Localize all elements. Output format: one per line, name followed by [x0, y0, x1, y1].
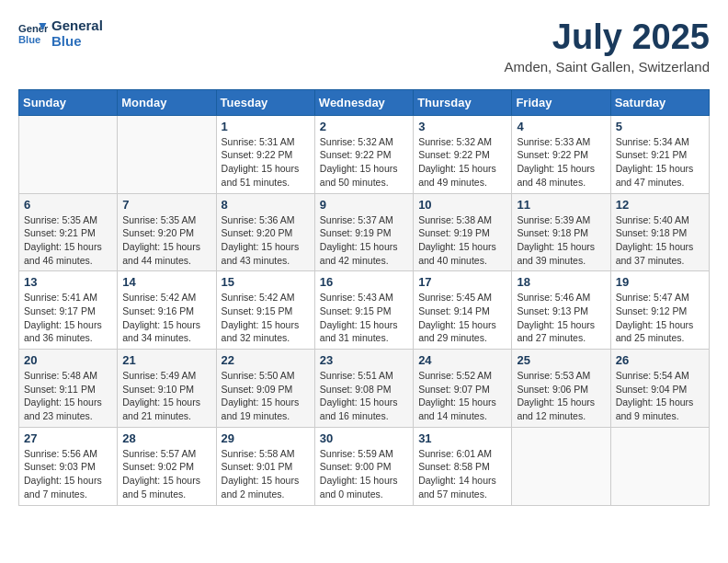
- day-number: 12: [616, 198, 704, 212]
- sunrise-text: Sunrise: 5:51 AM: [320, 369, 408, 383]
- day-info: Sunrise: 5:32 AMSunset: 9:22 PMDaylight:…: [320, 135, 408, 190]
- daylight-text: Daylight: 15 hours and 40 minutes.: [418, 240, 506, 267]
- daylight-text: Daylight: 15 hours and 16 minutes.: [320, 396, 408, 422]
- daylight-text: Daylight: 15 hours and 7 minutes.: [24, 474, 112, 500]
- calendar-cell: 9Sunrise: 5:37 AMSunset: 9:19 PMDaylight…: [314, 193, 413, 271]
- day-number: 1: [222, 120, 310, 133]
- day-number: 4: [517, 120, 605, 133]
- calendar-week-row: 6Sunrise: 5:35 AMSunset: 9:21 PMDaylight…: [19, 193, 710, 271]
- day-number: 11: [517, 198, 605, 212]
- sunrise-text: Sunrise: 5:41 AM: [24, 291, 112, 304]
- sunset-text: Sunset: 9:21 PM: [616, 148, 704, 162]
- day-info: Sunrise: 5:39 AMSunset: 9:18 PMDaylight:…: [517, 213, 605, 268]
- calendar-cell: [19, 115, 118, 193]
- sunrise-text: Sunrise: 5:36 AM: [222, 213, 310, 227]
- day-number: 26: [616, 353, 704, 367]
- sunrise-text: Sunrise: 5:37 AM: [320, 213, 408, 227]
- weekday-header-monday: Monday: [118, 89, 216, 115]
- calendar-cell: 10Sunrise: 5:38 AMSunset: 9:19 PMDayligh…: [414, 193, 512, 271]
- daylight-text: Daylight: 15 hours and 32 minutes.: [222, 318, 310, 345]
- daylight-text: Daylight: 15 hours and 2 minutes.: [222, 474, 310, 500]
- daylight-text: Daylight: 15 hours and 27 minutes.: [517, 318, 605, 345]
- calendar-cell: [512, 427, 610, 505]
- calendar-cell: 7Sunrise: 5:35 AMSunset: 9:20 PMDaylight…: [118, 193, 216, 271]
- sunset-text: Sunset: 9:12 PM: [616, 304, 704, 318]
- weekday-header-row: SundayMondayTuesdayWednesdayThursdayFrid…: [19, 89, 710, 115]
- day-number: 7: [122, 198, 210, 212]
- calendar-cell: 26Sunrise: 5:54 AMSunset: 9:04 PMDayligh…: [610, 350, 709, 428]
- calendar-cell: 17Sunrise: 5:45 AMSunset: 9:14 PMDayligh…: [414, 271, 512, 350]
- day-info: Sunrise: 5:31 AMSunset: 9:22 PMDaylight:…: [222, 135, 310, 190]
- day-info: Sunrise: 5:37 AMSunset: 9:19 PMDaylight:…: [320, 213, 408, 268]
- day-number: 3: [418, 120, 506, 133]
- calendar-cell: [610, 427, 709, 505]
- calendar-cell: 23Sunrise: 5:51 AMSunset: 9:08 PMDayligh…: [314, 350, 413, 428]
- sunrise-text: Sunrise: 5:57 AM: [122, 447, 210, 461]
- calendar-cell: 25Sunrise: 5:53 AMSunset: 9:06 PMDayligh…: [512, 350, 610, 428]
- sunset-text: Sunset: 9:22 PM: [418, 148, 506, 162]
- day-number: 16: [320, 275, 408, 289]
- calendar-cell: 12Sunrise: 5:40 AMSunset: 9:18 PMDayligh…: [610, 193, 709, 271]
- calendar-cell: 27Sunrise: 5:56 AMSunset: 9:03 PMDayligh…: [19, 427, 118, 505]
- daylight-text: Daylight: 15 hours and 34 minutes.: [122, 318, 210, 345]
- day-number: 8: [222, 198, 310, 212]
- day-number: 13: [24, 275, 112, 289]
- sunrise-text: Sunrise: 5:31 AM: [222, 135, 310, 149]
- sunset-text: Sunset: 9:11 PM: [24, 383, 112, 396]
- sunset-text: Sunset: 9:00 PM: [320, 460, 408, 474]
- calendar-cell: 14Sunrise: 5:42 AMSunset: 9:16 PMDayligh…: [118, 271, 216, 350]
- sunrise-text: Sunrise: 5:56 AM: [24, 447, 112, 461]
- day-number: 21: [122, 353, 210, 367]
- calendar-week-row: 20Sunrise: 5:48 AMSunset: 9:11 PMDayligh…: [19, 350, 710, 428]
- sunrise-text: Sunrise: 5:33 AM: [517, 135, 605, 149]
- day-info: Sunrise: 5:57 AMSunset: 9:02 PMDaylight:…: [122, 447, 210, 501]
- sunset-text: Sunset: 9:03 PM: [24, 460, 112, 474]
- day-info: Sunrise: 5:40 AMSunset: 9:18 PMDaylight:…: [616, 213, 704, 268]
- day-info: Sunrise: 5:56 AMSunset: 9:03 PMDaylight:…: [24, 447, 112, 501]
- day-info: Sunrise: 5:59 AMSunset: 9:00 PMDaylight:…: [320, 447, 408, 501]
- calendar-table: SundayMondayTuesdayWednesdayThursdayFrid…: [18, 89, 710, 506]
- sunrise-text: Sunrise: 6:01 AM: [418, 447, 506, 461]
- calendar-cell: 18Sunrise: 5:46 AMSunset: 9:13 PMDayligh…: [512, 271, 610, 350]
- day-info: Sunrise: 5:34 AMSunset: 9:21 PMDaylight:…: [616, 135, 704, 190]
- day-info: Sunrise: 5:38 AMSunset: 9:19 PMDaylight:…: [418, 213, 506, 268]
- sunrise-text: Sunrise: 5:45 AM: [418, 291, 506, 304]
- sunset-text: Sunset: 9:20 PM: [122, 226, 210, 240]
- sunset-text: Sunset: 9:22 PM: [222, 148, 310, 162]
- sunrise-text: Sunrise: 5:42 AM: [222, 291, 310, 304]
- weekday-header-saturday: Saturday: [610, 89, 709, 115]
- day-number: 31: [418, 431, 506, 445]
- sunset-text: Sunset: 9:18 PM: [517, 226, 605, 240]
- calendar-week-row: 27Sunrise: 5:56 AMSunset: 9:03 PMDayligh…: [19, 427, 710, 505]
- daylight-text: Daylight: 15 hours and 47 minutes.: [616, 162, 704, 189]
- day-info: Sunrise: 5:47 AMSunset: 9:12 PMDaylight:…: [616, 291, 704, 345]
- sunrise-text: Sunrise: 5:50 AM: [222, 369, 310, 383]
- sunrise-text: Sunrise: 5:52 AM: [418, 369, 506, 383]
- calendar-week-row: 1Sunrise: 5:31 AMSunset: 9:22 PMDaylight…: [19, 115, 710, 193]
- sunset-text: Sunset: 9:19 PM: [418, 226, 506, 240]
- day-number: 25: [517, 353, 605, 367]
- day-info: Sunrise: 5:52 AMSunset: 9:07 PMDaylight:…: [418, 369, 506, 423]
- day-info: Sunrise: 5:46 AMSunset: 9:13 PMDaylight:…: [517, 291, 605, 345]
- day-number: 2: [320, 120, 408, 133]
- calendar-cell: 1Sunrise: 5:31 AMSunset: 9:22 PMDaylight…: [216, 115, 314, 193]
- sunset-text: Sunset: 9:18 PM: [616, 226, 704, 240]
- title-block: July 2025 Amden, Saint Gallen, Switzerla…: [505, 18, 710, 75]
- day-info: Sunrise: 5:41 AMSunset: 9:17 PMDaylight:…: [24, 291, 112, 345]
- sunset-text: Sunset: 9:13 PM: [517, 304, 605, 318]
- day-number: 27: [24, 431, 112, 445]
- sunrise-text: Sunrise: 5:32 AM: [320, 135, 408, 149]
- sunset-text: Sunset: 9:14 PM: [418, 304, 506, 318]
- day-info: Sunrise: 5:43 AMSunset: 9:15 PMDaylight:…: [320, 291, 408, 345]
- daylight-text: Daylight: 15 hours and 43 minutes.: [222, 240, 310, 267]
- logo-text-blue: Blue: [51, 34, 103, 50]
- day-info: Sunrise: 5:48 AMSunset: 9:11 PMDaylight:…: [24, 369, 112, 423]
- sunset-text: Sunset: 9:20 PM: [222, 226, 310, 240]
- sunset-text: Sunset: 9:15 PM: [320, 304, 408, 318]
- daylight-text: Daylight: 15 hours and 50 minutes.: [320, 162, 408, 189]
- sunset-text: Sunset: 9:09 PM: [222, 383, 310, 396]
- sunrise-text: Sunrise: 5:39 AM: [517, 213, 605, 227]
- day-number: 14: [122, 275, 210, 289]
- daylight-text: Daylight: 15 hours and 31 minutes.: [320, 318, 408, 345]
- sunset-text: Sunset: 9:06 PM: [517, 383, 605, 396]
